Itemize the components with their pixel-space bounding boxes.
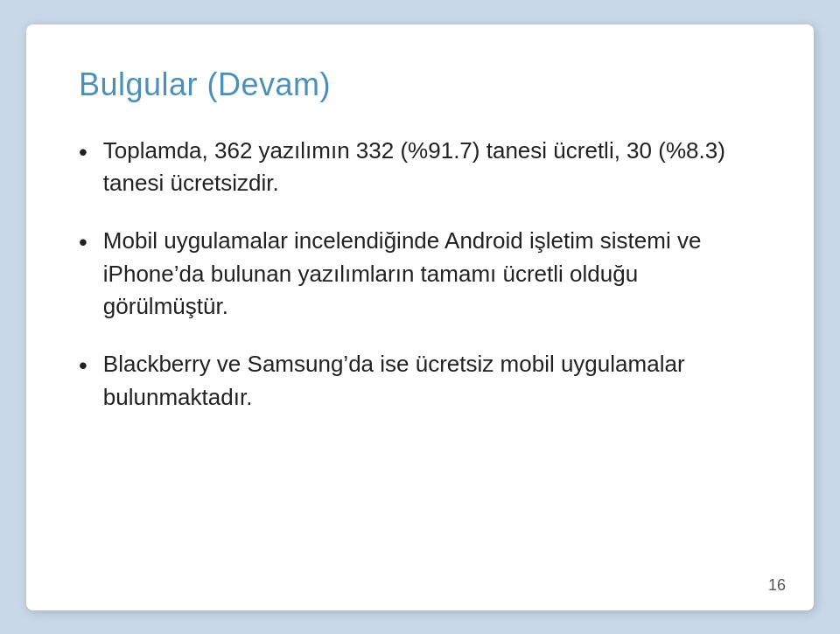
- bullet-dot-3: •: [79, 348, 88, 384]
- bullet-text-1: Toplamda, 362 yazılımın 332 (%91.7) tane…: [103, 135, 761, 200]
- list-item: • Mobil uygulamalar incelendiğinde Andro…: [79, 225, 761, 324]
- bullet-list: • Toplamda, 362 yazılımın 332 (%91.7) ta…: [79, 135, 761, 579]
- slide: Bulgular (Devam) • Toplamda, 362 yazılım…: [26, 24, 814, 610]
- bullet-text-2: Mobil uygulamalar incelendiğinde Android…: [103, 225, 761, 324]
- page-number: 16: [768, 576, 786, 595]
- list-item: • Blackberry ve Samsung’da ise ücretsiz …: [79, 348, 761, 414]
- bullet-dot-2: •: [79, 225, 88, 261]
- list-item: • Toplamda, 362 yazılımın 332 (%91.7) ta…: [79, 135, 761, 200]
- slide-title: Bulgular (Devam): [79, 66, 761, 103]
- bullet-text-3: Blackberry ve Samsung’da ise ücretsiz mo…: [103, 348, 761, 414]
- bullet-dot-1: •: [79, 135, 88, 171]
